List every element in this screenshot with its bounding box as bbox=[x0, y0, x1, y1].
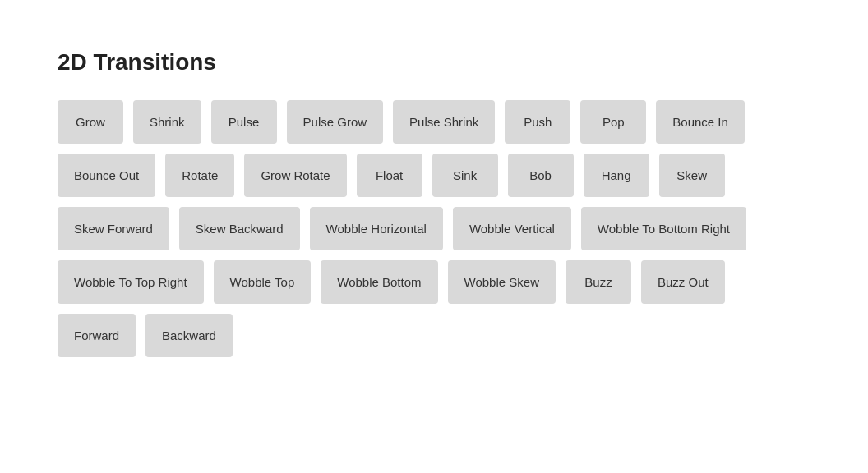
transition-button-wobble-vertical[interactable]: Wobble Vertical bbox=[453, 207, 571, 250]
transition-button-wobble-bottom[interactable]: Wobble Bottom bbox=[321, 260, 437, 304]
transition-button-float[interactable]: Float bbox=[357, 154, 422, 197]
transition-button-bounce-in[interactable]: Bounce In bbox=[656, 100, 745, 144]
transition-button-buzz-out[interactable]: Buzz Out bbox=[641, 260, 725, 304]
transition-button-pop[interactable]: Pop bbox=[580, 100, 646, 144]
transition-button-backward[interactable]: Backward bbox=[145, 314, 233, 357]
transition-button-pulse[interactable]: Pulse bbox=[211, 100, 277, 144]
transition-button-sink[interactable]: Sink bbox=[432, 154, 498, 197]
transition-button-bounce-out[interactable]: Bounce Out bbox=[58, 154, 155, 197]
transition-button-pulse-shrink[interactable]: Pulse Shrink bbox=[393, 100, 495, 144]
transition-button-grow[interactable]: Grow bbox=[58, 100, 123, 144]
transition-button-skew-forward[interactable]: Skew Forward bbox=[58, 207, 169, 250]
transition-button-skew[interactable]: Skew bbox=[659, 154, 725, 197]
transition-button-wobble-top[interactable]: Wobble Top bbox=[214, 260, 312, 304]
transition-button-bob[interactable]: Bob bbox=[508, 154, 574, 197]
transition-button-shrink[interactable]: Shrink bbox=[133, 100, 201, 144]
transition-button-push[interactable]: Push bbox=[505, 100, 570, 144]
transition-button-grow-rotate[interactable]: Grow Rotate bbox=[244, 154, 346, 197]
transition-button-forward[interactable]: Forward bbox=[58, 314, 136, 357]
transition-button-buzz[interactable]: Buzz bbox=[566, 260, 631, 304]
transition-button-wobble-horizontal[interactable]: Wobble Horizontal bbox=[310, 207, 443, 250]
transition-button-pulse-grow[interactable]: Pulse Grow bbox=[287, 100, 384, 144]
transition-button-rotate[interactable]: Rotate bbox=[165, 154, 234, 197]
page-title: 2D Transitions bbox=[58, 49, 810, 76]
transition-button-wobble-skew[interactable]: Wobble Skew bbox=[448, 260, 556, 304]
transitions-grid: GrowShrinkPulsePulse GrowPulse ShrinkPus… bbox=[58, 100, 810, 357]
transition-button-wobble-to-top-right[interactable]: Wobble To Top Right bbox=[58, 260, 204, 304]
transition-button-wobble-to-bottom-right[interactable]: Wobble To Bottom Right bbox=[581, 207, 746, 250]
transition-button-hang[interactable]: Hang bbox=[584, 154, 649, 197]
transition-button-skew-backward[interactable]: Skew Backward bbox=[179, 207, 300, 250]
